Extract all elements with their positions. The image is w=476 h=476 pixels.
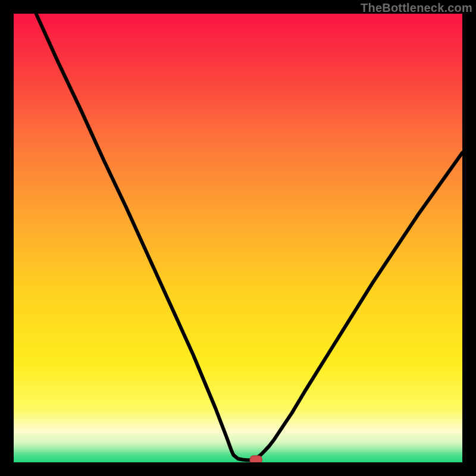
plot-area bbox=[14, 14, 462, 462]
credit-watermark: TheBottleneck.com bbox=[361, 1, 472, 15]
black-frame: TheBottleneck.com bbox=[0, 0, 476, 476]
gradient-background bbox=[14, 14, 462, 462]
optimal-point-marker bbox=[250, 456, 262, 462]
chart-svg bbox=[14, 14, 462, 462]
